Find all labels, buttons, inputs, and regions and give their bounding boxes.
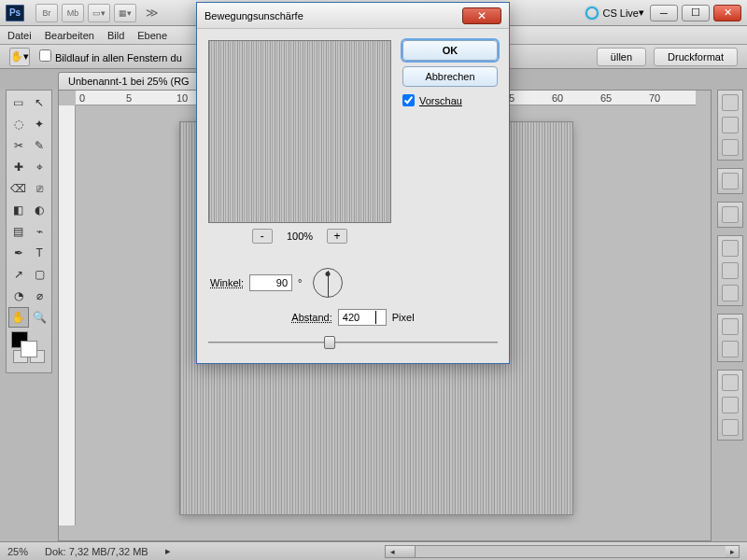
ruler-vertical[interactable]	[59, 105, 76, 525]
scroll-all-windows-checkbox[interactable]: Bildlauf in allen Fenstern du	[39, 49, 182, 63]
motion-blur-dialog: Bewegungsunschärfe ✕ - 100% + OK Abbrech…	[196, 2, 510, 364]
zoom-out-button[interactable]: -	[252, 229, 273, 244]
tool-eraser[interactable]: ◧	[8, 200, 29, 220]
tool-gradient[interactable]: ◐	[30, 200, 50, 220]
ps-logo: Ps	[6, 5, 24, 21]
close-button[interactable]: ✕	[713, 5, 741, 21]
tool-heal[interactable]: ✚	[8, 157, 29, 177]
zoom-in-button[interactable]: +	[327, 229, 347, 244]
dialog-titlebar[interactable]: Bewegungsunschärfe ✕	[197, 3, 509, 29]
angle-dial[interactable]	[313, 268, 343, 298]
angle-input[interactable]	[249, 274, 292, 291]
arrange-docs-icon[interactable]: ▦▾	[114, 4, 136, 22]
ruler-tick: 60	[552, 92, 563, 104]
printformat-button[interactable]: Druckformat	[654, 48, 738, 66]
dialog-close-button[interactable]: ✕	[462, 7, 501, 24]
color-swatches[interactable]	[8, 329, 49, 362]
cancel-button[interactable]: Abbrechen	[402, 66, 498, 87]
scroll-all-label: Bildlauf in allen Fenstern du	[55, 52, 182, 63]
status-arrow-icon[interactable]: ▸	[165, 545, 171, 557]
tool-stamp[interactable]: ⌫	[8, 178, 29, 199]
tool-type[interactable]: T	[30, 243, 50, 263]
tools-panel: ▭ ↖ ◌ ✦ ✂ ✎ ✚ ⌖ ⌫ ⎚ ◧ ◐ ▤ ⌁ ✒ T ↗ ▢ ◔ ⌀ …	[6, 90, 52, 373]
tool-path[interactable]: ↗	[8, 264, 29, 285]
scroll-right-icon[interactable]: ▸	[726, 546, 739, 557]
fill-button[interactable]: üllen	[597, 48, 646, 66]
zoom-level: 100%	[287, 231, 313, 242]
menu-bearbeiten[interactable]: Bearbeiten	[45, 30, 94, 41]
angle-unit: °	[298, 277, 302, 288]
actions-panel-icon[interactable]	[722, 117, 739, 133]
tool-3d-camera[interactable]: ⌀	[30, 286, 50, 306]
horizontal-scrollbar[interactable]: ◂ ▸	[385, 545, 740, 558]
tool-marquee[interactable]: ▭	[8, 92, 29, 113]
tool-eyedropper[interactable]: ✎	[30, 135, 50, 156]
scroll-thumb[interactable]	[399, 546, 416, 557]
tool-blur[interactable]: ▤	[8, 221, 29, 242]
text-caret	[375, 311, 376, 324]
cs-live-menu[interactable]: CS Live ▾	[585, 7, 644, 20]
adjustments-panel-icon[interactable]	[722, 318, 739, 335]
tool-3d[interactable]: ◔	[8, 286, 29, 306]
menu-bild[interactable]: Bild	[107, 30, 124, 41]
styles-panel-icon[interactable]	[722, 285, 739, 301]
minimize-button[interactable]: ─	[650, 5, 678, 21]
menu-ebene[interactable]: Ebene	[137, 30, 167, 41]
chevron-down-icon: ▾	[639, 7, 644, 19]
minibridge-icon[interactable]: Mb	[62, 4, 84, 22]
slider-track	[208, 342, 498, 343]
tool-move[interactable]: ↖	[30, 92, 50, 113]
tool-history-brush[interactable]: ⎚	[30, 178, 50, 199]
filter-preview[interactable]	[208, 40, 391, 223]
distance-slider[interactable]	[208, 335, 498, 350]
swatches-panel-icon[interactable]	[722, 262, 739, 279]
screen-mode-icon[interactable]: ▭▾	[88, 4, 110, 22]
tool-wand[interactable]: ✦	[30, 114, 50, 134]
document-tab[interactable]: Unbenannt-1 bei 25% (RG	[58, 72, 200, 90]
angle-label: Winkel:	[210, 277, 244, 288]
play-panel-icon[interactable]	[722, 173, 739, 189]
tool-dodge[interactable]: ⌁	[30, 221, 50, 242]
tool-brush[interactable]: ⌖	[30, 157, 50, 177]
paths-panel-icon[interactable]	[722, 419, 739, 436]
status-bar: 25% Dok: 7,32 MB/7,32 MB ▸ ◂ ▸	[0, 541, 747, 560]
masks-panel-icon[interactable]	[722, 341, 739, 357]
history-panel-icon[interactable]	[722, 94, 739, 111]
ok-button[interactable]: OK	[402, 40, 498, 61]
distance-label: Abstand:	[291, 312, 331, 323]
tool-zoom[interactable]: 🔍	[30, 307, 50, 328]
cs-live-label: CS Live	[602, 7, 639, 19]
ruler-tick: 10	[176, 92, 188, 104]
properties-panel-icon[interactable]	[722, 139, 739, 156]
dialog-title: Bewegungsunschärfe	[204, 10, 303, 21]
color-panel-icon[interactable]	[722, 240, 739, 257]
tool-crop[interactable]: ✂	[8, 135, 29, 156]
ruler-tick: 5	[126, 92, 132, 104]
maximize-button[interactable]: ☐	[682, 5, 710, 21]
scroll-left-icon[interactable]: ◂	[386, 546, 399, 557]
tool-lasso[interactable]: ◌	[8, 114, 29, 134]
cs-live-icon	[585, 7, 599, 20]
background-swatch[interactable]	[21, 341, 37, 357]
preview-checkbox-label: Vorschau	[419, 95, 462, 106]
ruler-tick: 65	[600, 92, 612, 104]
ruler-tick: 0	[79, 92, 85, 104]
layers-panel-icon[interactable]	[722, 374, 739, 391]
menu-datei[interactable]: Datei	[7, 30, 32, 41]
tool-pen[interactable]: ✒	[8, 243, 29, 263]
status-zoom[interactable]: 25%	[7, 546, 28, 557]
tool-hand[interactable]: ✋	[8, 307, 29, 328]
tool-shape[interactable]: ▢	[30, 264, 50, 285]
slider-thumb[interactable]	[324, 336, 335, 349]
preview-checkbox[interactable]: Vorschau	[402, 94, 498, 106]
ruler-tick: 70	[649, 92, 660, 104]
overflow-chevrons-icon[interactable]: ≫	[146, 6, 159, 20]
channels-panel-icon[interactable]	[722, 397, 739, 413]
bridge-icon[interactable]: Br	[35, 4, 58, 22]
mb-panel-icon[interactable]	[722, 206, 739, 223]
distance-unit: Pixel	[392, 312, 415, 323]
hand-tool-icon[interactable]: ✋▾	[9, 48, 30, 66]
right-dock	[717, 90, 743, 441]
status-docinfo[interactable]: Dok: 7,32 MB/7,32 MB	[45, 546, 148, 557]
distance-input[interactable]	[338, 309, 387, 326]
